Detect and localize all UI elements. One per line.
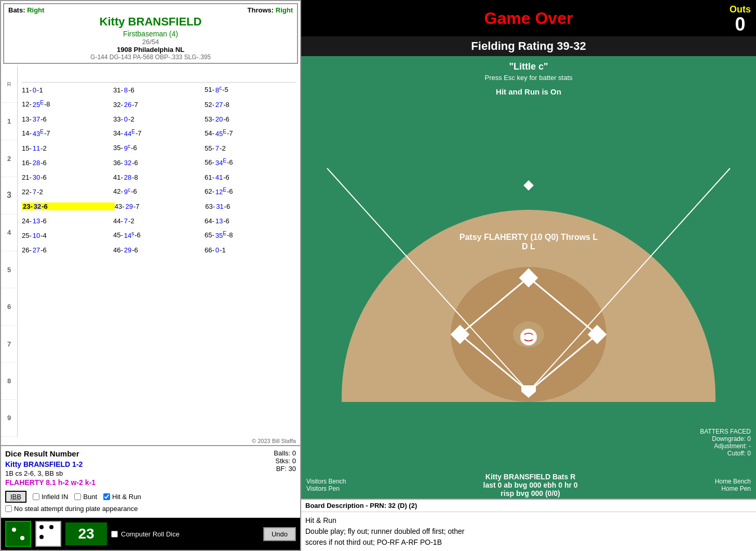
svg-point-0 [12, 528, 16, 532]
table-row: 26-27- 646-29- 666-0- 1 [22, 243, 296, 257]
dot3 [39, 535, 44, 539]
player-stats-line: 26/54 [8, 38, 293, 46]
copyright: © 2023 Bill Staffa [1, 437, 300, 445]
row-8: 8 [1, 362, 17, 399]
bottom-controls: IBB Infield IN Bunt Hit & Run [5, 491, 296, 503]
pitcher-info: Patsy FLAHERTY (10 Q0) Throws L D L [460, 233, 598, 251]
no-steal-area[interactable]: No steal attempt during plate appearance [5, 505, 296, 513]
list-item: 25-10- 4 [22, 232, 113, 239]
list-item: 52-27- 8 [205, 101, 296, 109]
visitors-pen: Visitors Pen [306, 485, 346, 492]
outs-value: 0 [730, 15, 751, 34]
list-item: 62-12E- 6 [205, 187, 296, 196]
list-item: 26-27- 6 [22, 246, 113, 254]
press-esc: Press Esc key for batter stats [484, 74, 572, 82]
list-item: 15-11- 2 [22, 144, 113, 152]
pitcher-name: Patsy FLAHERTY (10 Q0) Throws L [460, 233, 598, 242]
dice-table-area: R 1 2 3 4 5 6 7 8 9 11-0- 131-8- 651-8c-… [1, 66, 300, 437]
computer-roll-checkbox[interactable] [111, 531, 118, 537]
no-steal-label: No steal attempt during plate appearance [14, 505, 138, 513]
bransfield-result: Kitty BRANSFIELD 1-2 [5, 460, 296, 468]
diamond-indicator [523, 180, 534, 193]
list-item: 51-8c- 5 [205, 85, 296, 94]
row-numbers: R 1 2 3 4 5 6 7 8 9 [1, 66, 18, 437]
infield-in-text: Infield IN [42, 493, 68, 501]
pitcher-status: D L [460, 242, 598, 251]
outs-box: Outs 0 [730, 4, 751, 34]
list-item: 33-0- 2 [113, 115, 205, 123]
list-item: 54-45E- 7 [205, 129, 296, 138]
table-row: 12-25E- 832-26- 752-27- 8 [22, 97, 296, 112]
list-item: 55-7- 2 [205, 144, 296, 152]
infield-in-checkbox[interactable] [33, 493, 39, 500]
ibb-button[interactable]: IBB [5, 491, 26, 503]
table-row: 16-28- 636-32- 656-34E- 6 [22, 155, 296, 170]
list-item: 24-13- 6 [22, 217, 113, 225]
list-item: 11-0- 1 [22, 86, 113, 94]
player-card: Bats: Right Throws: Right Kitty BRANSFIE… [3, 3, 298, 64]
dice-face-white [35, 521, 61, 547]
list-item: 32-26- 7 [113, 101, 205, 109]
computer-roll-area[interactable]: Computer Roll Dice [111, 530, 180, 538]
hit-run-text: Hit & Run [112, 493, 141, 501]
board-desc-line1: Hit & Run [305, 515, 752, 526]
list-item: 34-44E- 7 [113, 129, 205, 138]
list-item: 46-29- 6 [113, 246, 205, 254]
table-row: 21-30- 641-28- 861-41- 6 [22, 170, 296, 184]
no-steal-checkbox[interactable] [5, 505, 12, 512]
table-row: 24-13- 644-7- 264-13- 6 [22, 213, 296, 228]
list-item: 61-41- 6 [205, 173, 296, 181]
list-item: 41-28- 8 [113, 173, 205, 181]
table-row: 13-37- 633-0- 253-20- 6 [22, 112, 296, 126]
hit-run-label[interactable]: Hit & Run [103, 493, 141, 501]
list-item: 14-43E- 7 [22, 129, 113, 138]
result-detail: 1B cs 2-6, 3, BB sb [5, 469, 296, 477]
right-panel: Game Over Outs 0 Fielding Rating 39-32 [301, 0, 756, 551]
dot2 [49, 525, 53, 529]
batter-name: Kitty BRANSFIELD Bats R [483, 473, 578, 481]
batters-faced-title: BATTERS FACED [700, 428, 751, 435]
svg-rect-15 [523, 180, 534, 191]
left-panel: Bats: Right Throws: Right Kitty BRANSFIE… [0, 0, 301, 551]
dice-number: 23 [65, 522, 107, 545]
row-7: 7 [1, 326, 17, 362]
hit-run-on: Hit and Run is On [496, 87, 561, 96]
home-pen: Home Pen [715, 485, 751, 492]
bunt-checkbox[interactable] [74, 493, 81, 500]
list-item: 31-8- 6 [113, 86, 205, 94]
adjustment-label: Adjustment: - [700, 442, 751, 450]
list-item: 22-7- 2 [22, 188, 113, 196]
hit-run-checkbox[interactable] [103, 493, 110, 500]
list-item: 23-32- 6 [22, 203, 115, 210]
dice-face-green [5, 521, 31, 547]
field-container: "Little c" Press Esc key for batter stat… [301, 56, 756, 499]
bottom-section: Dice Result Number Kitty BRANSFIELD 1-2 … [1, 445, 300, 516]
dice-roller: 23 Computer Roll Dice Undo [1, 518, 300, 550]
row-6: 6 [1, 288, 17, 325]
list-item: 13-37- 6 [22, 115, 113, 123]
dice-results: 11-0- 131-8- 651-8c- 512-25E- 832-26- 75… [18, 66, 300, 437]
game-header: Game Over Outs 0 [301, 0, 756, 36]
row-9: 9 [1, 400, 17, 437]
bats-info: Bats: Right [8, 6, 44, 14]
balls-stks-area: Balls: 0 Stks: 0 BF: 30 [274, 449, 296, 473]
row-4: 4 [1, 214, 17, 251]
batter-info: Kitty BRANSFIELD Bats R last 0 ab bvg 00… [483, 473, 578, 498]
list-item: 12-25E- 8 [22, 100, 113, 109]
flaherty-result: FLAHERTY 8.1 h-2 w-2 k-1 [5, 478, 296, 487]
batters-faced-info: BATTERS FACED Downgrade: 0 Adjustment: -… [700, 428, 751, 457]
batter-risp: risp bvg 000 (0/0) [483, 489, 578, 498]
svg-point-1 [20, 536, 24, 540]
undo-button[interactable]: Undo [263, 527, 296, 541]
bottom-info-row: Visitors Bench Visitors Pen Kitty BRANSF… [301, 472, 756, 499]
dice-result-title: Dice Result Number [5, 449, 296, 458]
board-description-text: Hit & Run Double play; fly out; runner d… [301, 512, 756, 551]
list-item: 44-7- 2 [113, 217, 205, 225]
bunt-label[interactable]: Bunt [74, 493, 97, 501]
player-name: Kitty BRANSFIELD [8, 15, 293, 29]
game-over-text: Game Over [484, 9, 573, 28]
row-header: R [1, 66, 17, 103]
list-item: 66-0- 1 [205, 246, 296, 254]
infield-in-label[interactable]: Infield IN [33, 493, 68, 501]
list-item: 43-29- 7 [115, 203, 206, 210]
